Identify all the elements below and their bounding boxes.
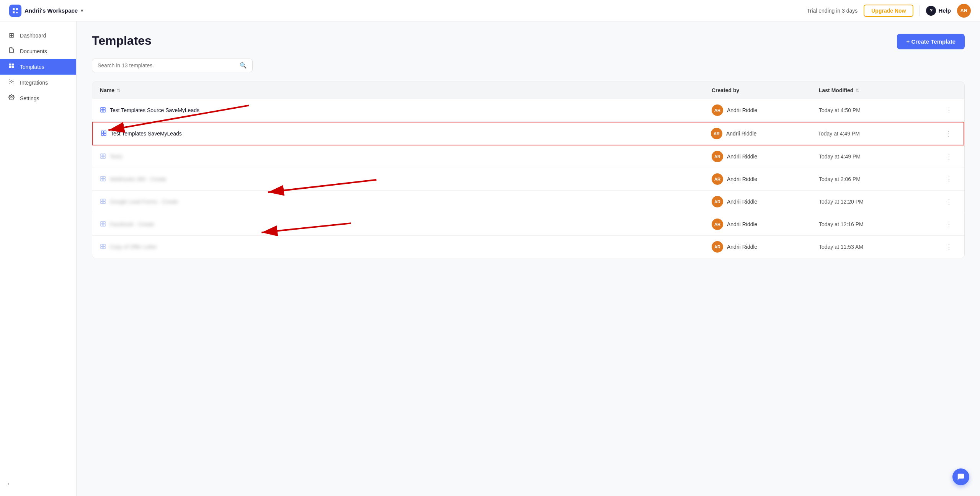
row-menu-button[interactable]: ⋮ xyxy=(941,129,956,138)
svg-rect-31 xyxy=(103,244,105,246)
sidebar-item-documents[interactable]: Documents xyxy=(0,43,76,59)
row-name-text: Test Templates Source SaveMyLeads xyxy=(110,107,199,113)
row-menu-button[interactable]: ⋮ xyxy=(941,175,957,183)
top-header: Andrii's Workspace ▾ Trial ending in 3 d… xyxy=(0,0,980,21)
svg-rect-14 xyxy=(101,154,103,156)
row-date: Today at 4:49 PM xyxy=(818,131,941,137)
column-last-modified: Last Modified ⇅ xyxy=(819,87,941,93)
collapse-icon: ‹ xyxy=(8,481,10,487)
sidebar-label-documents: Documents xyxy=(20,48,47,54)
template-doc-icon xyxy=(100,107,106,114)
row-name: Copy of Offer Letter xyxy=(100,243,712,251)
row-author: AR Andrii Riddle xyxy=(712,173,819,185)
workspace-name: Andrii's Workspace xyxy=(24,7,78,14)
row-name-text: Webhooks 365 - Create xyxy=(110,176,167,182)
author-name: Andrii Riddle xyxy=(726,131,756,137)
page-title: Templates xyxy=(92,34,152,48)
svg-rect-29 xyxy=(103,224,105,226)
documents-icon xyxy=(8,47,15,55)
sidebar-item-dashboard[interactable]: ⊞ Dashboard xyxy=(0,28,76,43)
template-doc-icon xyxy=(100,221,106,228)
row-name: Test Templates SaveMyLeads xyxy=(101,130,711,137)
chat-icon xyxy=(957,473,965,481)
table-row: Test Templates SaveMyLeads AR Andrii Rid… xyxy=(92,122,964,145)
svg-rect-10 xyxy=(101,131,103,133)
header-right: Trial ending in 3 days Upgrade Now ? Hel… xyxy=(807,4,971,18)
sidebar-label-integrations: Integrations xyxy=(20,80,48,86)
author-name: Andrii Riddle xyxy=(727,176,757,182)
svg-rect-23 xyxy=(103,199,105,201)
svg-rect-15 xyxy=(103,154,105,156)
search-input[interactable] xyxy=(98,62,237,69)
author-avatar: AR xyxy=(712,104,723,116)
svg-rect-24 xyxy=(101,201,103,203)
table-row: Test Templates Source SaveMyLeads AR And… xyxy=(92,99,964,122)
help-label: Help xyxy=(938,7,951,14)
workspace-logo xyxy=(9,5,21,17)
workspace-chevron-icon: ▾ xyxy=(81,8,83,13)
row-name: Webhooks 365 - Create xyxy=(100,176,712,183)
author-name: Andrii Riddle xyxy=(727,244,757,250)
modified-sort-icon[interactable]: ⇅ xyxy=(856,88,859,93)
name-sort-icon[interactable]: ⇅ xyxy=(117,88,120,93)
sidebar: ⊞ Dashboard Documents Templates Integrat… xyxy=(0,21,77,496)
sidebar-item-templates[interactable]: Templates xyxy=(0,59,76,75)
svg-rect-20 xyxy=(101,179,103,181)
row-date: Today at 11:53 AM xyxy=(819,244,941,250)
svg-rect-0 xyxy=(9,64,11,65)
author-avatar: AR xyxy=(712,241,723,253)
template-doc-icon xyxy=(101,130,107,137)
row-name: Google Lead Forms - Create xyxy=(100,198,712,206)
row-author: AR Andrii Riddle xyxy=(712,219,819,230)
row-menu-button[interactable]: ⋮ xyxy=(941,197,957,206)
row-author: AR Andrii Riddle xyxy=(712,151,819,162)
svg-rect-6 xyxy=(101,108,103,109)
svg-rect-3 xyxy=(12,66,14,68)
row-menu-button[interactable]: ⋮ xyxy=(941,243,957,251)
sidebar-label-templates: Templates xyxy=(20,64,44,70)
table-header: Name ⇅ Created by Last Modified ⇅ xyxy=(92,82,964,99)
column-actions xyxy=(941,87,957,93)
author-name: Andrii Riddle xyxy=(727,199,757,205)
svg-rect-11 xyxy=(104,131,106,133)
template-doc-icon xyxy=(100,176,106,183)
row-name-text: Facebook - Create xyxy=(110,221,154,227)
help-button[interactable]: ? Help xyxy=(926,6,951,16)
logo-icon xyxy=(11,7,19,15)
row-name: Facebook - Create xyxy=(100,221,712,228)
column-created-by: Created by xyxy=(712,87,819,93)
svg-rect-18 xyxy=(101,176,103,178)
sidebar-collapse-button[interactable]: ‹ xyxy=(8,481,69,487)
svg-rect-8 xyxy=(101,110,103,112)
search-icon: 🔍 xyxy=(240,62,247,69)
chat-bubble-button[interactable] xyxy=(952,468,969,485)
row-name-text: Test Templates SaveMyLeads xyxy=(111,131,182,137)
avatar[interactable]: AR xyxy=(957,4,971,18)
row-menu-button[interactable]: ⋮ xyxy=(941,152,957,161)
upgrade-button[interactable]: Upgrade Now xyxy=(864,5,913,17)
dashboard-icon: ⊞ xyxy=(8,31,15,39)
row-author: AR Andrii Riddle xyxy=(712,196,819,207)
row-name-text: Google Lead Forms - Create xyxy=(110,199,178,205)
row-name: Test1 xyxy=(100,153,712,160)
sidebar-item-integrations[interactable]: Integrations xyxy=(0,75,76,90)
row-menu-button[interactable]: ⋮ xyxy=(941,106,957,114)
column-name: Name ⇅ xyxy=(100,87,712,93)
svg-rect-25 xyxy=(103,201,105,203)
create-template-button[interactable]: + Create Template xyxy=(897,34,965,49)
sidebar-item-settings[interactable]: Settings xyxy=(0,90,76,106)
svg-rect-28 xyxy=(101,224,103,226)
svg-rect-9 xyxy=(103,110,105,112)
row-name-text: Copy of Offer Letter xyxy=(110,244,157,250)
svg-rect-13 xyxy=(104,133,106,135)
table-row: Copy of Offer Letter AR Andrii Riddle To… xyxy=(92,236,964,258)
svg-rect-17 xyxy=(103,156,105,158)
workspace-selector[interactable]: Andrii's Workspace ▾ xyxy=(9,5,83,17)
svg-rect-19 xyxy=(103,176,105,178)
template-doc-icon xyxy=(100,198,106,206)
table-row: Google Lead Forms - Create AR Andrii Rid… xyxy=(92,191,964,213)
author-avatar: AR xyxy=(712,196,723,207)
row-menu-button[interactable]: ⋮ xyxy=(941,220,957,228)
search-bar: 🔍 xyxy=(92,59,253,72)
svg-rect-22 xyxy=(101,199,103,201)
